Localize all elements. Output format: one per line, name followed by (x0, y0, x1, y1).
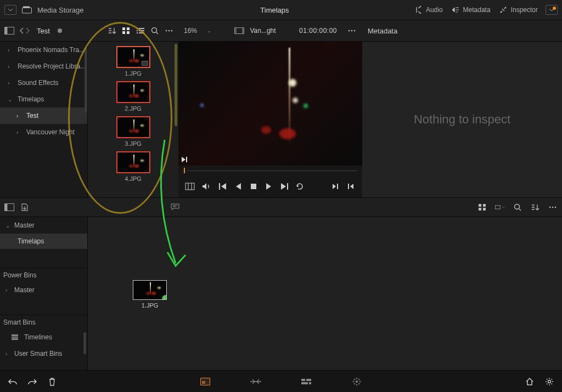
inspector-icon (498, 5, 508, 15)
panel-toggle-icon[interactable] (4, 26, 14, 36)
undo-icon[interactable] (8, 377, 18, 387)
go-end-icon[interactable] (330, 181, 340, 191)
svg-point-5 (504, 7, 506, 9)
svg-point-23 (349, 30, 350, 32)
media-pool-toolbar (0, 197, 562, 217)
topbar: Media Storage Timelaps Audio Metadata In… (0, 0, 562, 20)
scrollbar-thumb[interactable] (83, 332, 86, 354)
workspace-dropdown[interactable] (4, 5, 16, 15)
film-icon[interactable] (234, 26, 244, 36)
page-cut-icon[interactable] (250, 377, 262, 387)
pool-canvas[interactable]: 1.JPG (88, 217, 562, 371)
play-icon[interactable] (264, 181, 274, 191)
power-bin-master[interactable]: ›Master (0, 282, 87, 298)
panel-toggle-icon[interactable] (4, 202, 14, 212)
loop-icon[interactable] (295, 181, 305, 191)
stop-icon[interactable] (249, 181, 258, 191)
chevron-right-icon: › (5, 287, 11, 293)
viewer-canvas[interactable] (178, 42, 362, 166)
tree-item[interactable]: ›Phoenix Nomads Tra... (0, 42, 87, 58)
svg-point-43 (555, 207, 557, 208)
search-icon[interactable] (513, 202, 522, 212)
tree-item[interactable]: ›Sound Effects (0, 75, 87, 91)
more-icon[interactable] (164, 26, 174, 36)
viewer-more-icon[interactable] (347, 26, 357, 36)
scrollbar-thumb[interactable] (85, 47, 87, 113)
svg-rect-31 (337, 184, 338, 189)
chevron-right-icon: › (5, 351, 11, 357)
play-reverse-icon[interactable] (233, 181, 243, 191)
power-bins-header[interactable]: Power Bins (0, 268, 87, 282)
playhead[interactable] (184, 168, 185, 173)
svg-rect-45 (12, 337, 18, 338)
sort-icon[interactable] (530, 202, 540, 212)
more-icon[interactable] (548, 202, 558, 212)
volume-icon[interactable] (201, 181, 211, 191)
list-view-icon[interactable] (136, 26, 145, 36)
smart-bin-user[interactable]: ›User Smart Bins (0, 345, 87, 362)
tree-item[interactable]: ›Resolve Project Libra... (0, 58, 87, 75)
thumb-item[interactable]: 4.JPG (116, 151, 150, 182)
metadata-toggle[interactable]: Metadata (451, 5, 491, 15)
audio-toggle[interactable]: Audio (413, 5, 443, 15)
smart-bin-timelines[interactable]: Timelines (0, 329, 87, 345)
timecode[interactable]: 01:00:00:00 (299, 27, 337, 35)
current-folder: Test (37, 27, 50, 35)
thumb-item[interactable]: 1.JPG (116, 46, 150, 77)
go-start-icon[interactable] (346, 181, 356, 191)
audio-label: Audio (426, 6, 443, 14)
inspector-toggle[interactable]: Inspector (498, 5, 538, 15)
grid-view-icon[interactable] (477, 202, 487, 212)
clip-badge-icon (142, 61, 148, 66)
svg-rect-32 (348, 184, 349, 189)
smart-bins-header[interactable]: Smart Bins (0, 315, 87, 329)
svg-point-57 (358, 379, 359, 380)
bin-master[interactable]: ⌄Master (0, 217, 87, 234)
thumb-item[interactable]: 2.JPG (116, 81, 150, 112)
svg-rect-27 (186, 183, 194, 190)
gear-icon[interactable] (544, 377, 554, 387)
media-storage-icon (22, 5, 32, 15)
chevron-right-icon: › (8, 80, 13, 86)
home-icon[interactable] (525, 377, 535, 387)
chevron-right-icon: › (8, 47, 13, 53)
svg-rect-47 (301, 379, 305, 381)
nothing-to-inspect: Nothing to inspect (414, 112, 510, 127)
tree-item-timelaps[interactable]: ⌄Timelaps (0, 91, 87, 107)
tree-item-test[interactable]: ›Test (0, 107, 87, 124)
notification-dot (553, 7, 556, 10)
prev-clip-icon[interactable] (218, 181, 228, 191)
search-icon[interactable] (150, 26, 160, 36)
redo-icon[interactable] (27, 377, 37, 387)
right-dropdown[interactable] (546, 5, 558, 15)
page-edit-icon[interactable] (300, 377, 312, 387)
tree-item-vancouver[interactable]: ›Vancouver Night (0, 124, 87, 140)
chevron-right-icon: › (16, 129, 22, 135)
framing-icon[interactable] (185, 181, 195, 191)
skip-next-icon[interactable] (181, 156, 188, 163)
sort-icon[interactable] (107, 26, 117, 36)
zoom-level[interactable]: 16% (184, 27, 197, 35)
media-storage-label[interactable]: Media Storage (37, 6, 84, 14)
pool-thumb-item[interactable]: 1.JPG (133, 280, 167, 309)
scrollbar-thumb[interactable] (175, 44, 177, 126)
bin-timelaps[interactable]: Timelaps (0, 234, 87, 249)
next-clip-icon[interactable] (279, 181, 289, 191)
svg-rect-35 (479, 204, 481, 207)
import-icon[interactable] (20, 202, 30, 212)
svg-point-18 (152, 28, 157, 33)
drag-indicator (162, 295, 167, 300)
page-fusion-icon[interactable] (351, 377, 363, 387)
audio-icon (413, 5, 423, 15)
thumb-item[interactable]: 3.JPG (116, 116, 150, 147)
scrubber[interactable] (178, 166, 362, 175)
nav-back-icon[interactable] (19, 26, 24, 36)
grid-view-icon[interactable] (121, 26, 131, 36)
page-media-icon[interactable] (199, 377, 211, 387)
nav-fwd-icon[interactable] (25, 26, 30, 36)
aspect-icon[interactable] (495, 202, 505, 212)
comment-icon[interactable] (170, 202, 180, 212)
trash-icon[interactable] (47, 377, 57, 387)
chevron-down-icon: ⌄ (5, 223, 11, 229)
viewer (178, 42, 362, 197)
